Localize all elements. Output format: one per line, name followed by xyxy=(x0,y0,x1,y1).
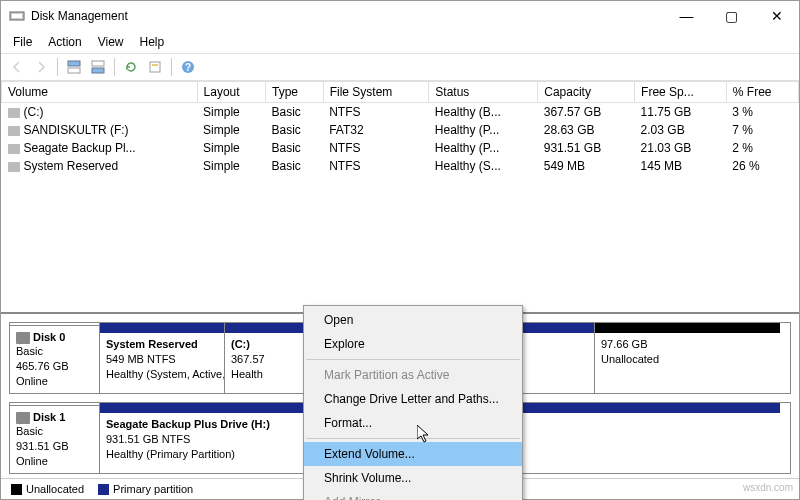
ctx-shrink-volume[interactable]: Shrink Volume... xyxy=(304,466,522,490)
legend-unallocated: Unallocated xyxy=(26,483,84,495)
legend-primary: Primary partition xyxy=(113,483,193,495)
watermark: wsxdn.com xyxy=(743,482,793,493)
app-icon xyxy=(9,8,25,24)
svg-rect-2 xyxy=(68,61,80,66)
menu-file[interactable]: File xyxy=(7,33,38,51)
ctx-format[interactable]: Format... xyxy=(304,411,522,435)
volume-icon xyxy=(8,108,20,118)
svg-rect-7 xyxy=(152,64,158,66)
menu-help[interactable]: Help xyxy=(134,33,171,51)
col-status[interactable]: Status xyxy=(429,82,538,103)
layout-top-button[interactable] xyxy=(64,57,84,77)
table-row[interactable]: Seagate Backup Pl...SimpleBasicNTFSHealt… xyxy=(2,139,799,157)
svg-rect-5 xyxy=(92,68,104,73)
svg-rect-4 xyxy=(92,61,104,66)
ctx-explore[interactable]: Explore xyxy=(304,332,522,356)
svg-rect-6 xyxy=(150,62,160,72)
table-row[interactable]: (C:)SimpleBasicNTFSHealthy (B...367.57 G… xyxy=(2,103,799,122)
col-free[interactable]: Free Sp... xyxy=(635,82,727,103)
table-row[interactable]: System ReservedSimpleBasicNTFSHealthy (S… xyxy=(2,157,799,175)
forward-button xyxy=(31,57,51,77)
svg-rect-3 xyxy=(68,68,80,73)
col-fs[interactable]: File System xyxy=(323,82,429,103)
partition[interactable]: 97.66 GBUnallocated xyxy=(595,323,780,393)
help-button[interactable]: ? xyxy=(178,57,198,77)
ctx-change-drive-letter[interactable]: Change Drive Letter and Paths... xyxy=(304,387,522,411)
ctx-mark-active: Mark Partition as Active xyxy=(304,363,522,387)
col-volume[interactable]: Volume xyxy=(2,82,198,103)
minimize-button[interactable]: — xyxy=(664,1,709,31)
back-button xyxy=(7,57,27,77)
volume-icon xyxy=(8,144,20,154)
menu-action[interactable]: Action xyxy=(42,33,87,51)
context-menu[interactable]: Open Explore Mark Partition as Active Ch… xyxy=(303,305,523,500)
col-pct[interactable]: % Free xyxy=(726,82,798,103)
col-type[interactable]: Type xyxy=(265,82,323,103)
refresh-button[interactable] xyxy=(121,57,141,77)
volume-icon xyxy=(8,162,20,172)
toolbar: ? xyxy=(1,54,799,81)
volume-icon xyxy=(8,126,20,136)
partition[interactable]: System Reserved549 MB NTFSHealthy (Syste… xyxy=(100,323,225,393)
col-capacity[interactable]: Capacity xyxy=(538,82,635,103)
menu-view[interactable]: View xyxy=(92,33,130,51)
titlebar: Disk Management — ▢ ✕ xyxy=(1,1,799,31)
layout-bottom-button[interactable] xyxy=(88,57,108,77)
menubar: File Action View Help xyxy=(1,31,799,54)
ctx-add-mirror: Add Mirror... xyxy=(304,490,522,500)
ctx-extend-volume[interactable]: Extend Volume... xyxy=(304,442,522,466)
ctx-open[interactable]: Open xyxy=(304,308,522,332)
disk-icon xyxy=(16,332,30,344)
volume-list[interactable]: Volume Layout Type File System Status Ca… xyxy=(1,81,799,314)
close-button[interactable]: ✕ xyxy=(754,1,799,31)
disk-icon xyxy=(16,412,30,424)
properties-button[interactable] xyxy=(145,57,165,77)
table-row[interactable]: SANDISKULTR (F:)SimpleBasicFAT32Healthy … xyxy=(2,121,799,139)
svg-text:?: ? xyxy=(185,62,191,73)
svg-rect-1 xyxy=(12,14,22,18)
col-layout[interactable]: Layout xyxy=(197,82,265,103)
window-title: Disk Management xyxy=(31,9,664,23)
maximize-button[interactable]: ▢ xyxy=(709,1,754,31)
